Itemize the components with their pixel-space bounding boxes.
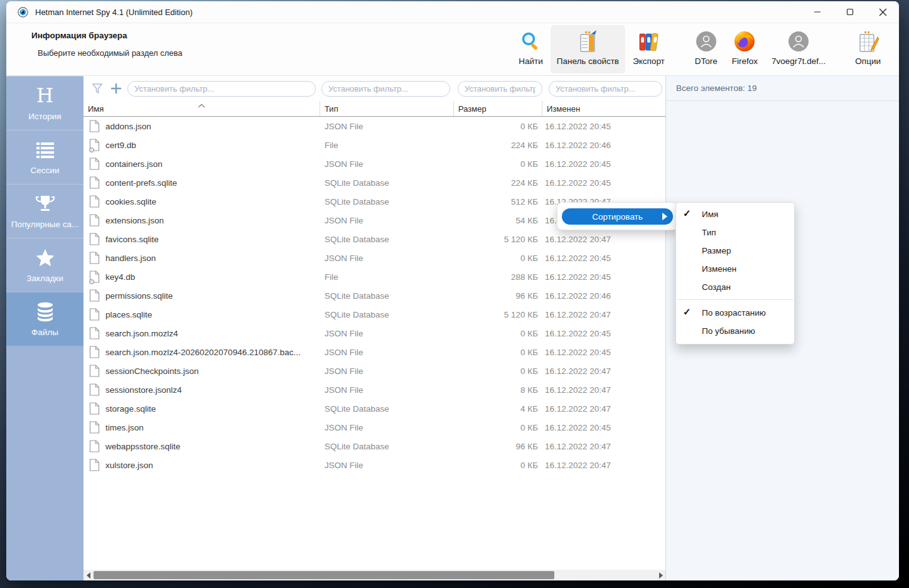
file-icon	[83, 195, 105, 208]
file-modified: 16.12.2022 20:45	[538, 159, 665, 169]
column-header-type[interactable]: Тип	[320, 101, 454, 116]
sidebar-item[interactable]: Популярные са...	[6, 184, 83, 238]
filter-input-type[interactable]	[321, 81, 450, 97]
profile-dtore-button[interactable]: DTore	[688, 25, 724, 73]
user-avatar-icon	[787, 29, 810, 54]
file-size: 288 КБ	[454, 272, 538, 282]
submenu-item[interactable]: ✓ По возрастанию	[676, 304, 794, 322]
checkmark-icon: ✓	[683, 306, 691, 318]
file-size: 0 КБ	[454, 159, 538, 169]
add-filter-icon[interactable]	[109, 82, 124, 95]
sidebar-item[interactable]: Файлы	[6, 292, 83, 346]
scroll-left-arrow-icon[interactable]	[83, 570, 93, 580]
profile-firefox-button[interactable]: Firefox	[726, 25, 764, 73]
sidebar-item-label: История	[26, 112, 63, 121]
file-modified: 16.12.2022 20:47	[538, 310, 665, 319]
file-modified: 16.12.2022 20:45	[538, 423, 665, 432]
properties-panel-button[interactable]: Панель свойств	[551, 25, 625, 73]
file-size: 0 КБ	[454, 329, 538, 338]
scroll-right-arrow-icon[interactable]	[656, 570, 665, 580]
sidebar-item[interactable]: Закладки	[6, 238, 83, 292]
file-modified: 16.12.2022 20:45	[538, 178, 665, 188]
filter-funnel-icon[interactable]	[91, 83, 104, 94]
submenu-item[interactable]: Размер	[676, 242, 794, 260]
file-icon	[83, 402, 105, 415]
table-row[interactable]: search.json.mozlz4-20260202070946.210867…	[83, 343, 665, 361]
trophy-icon	[35, 194, 55, 214]
file-icon	[83, 176, 105, 189]
table-row[interactable]: handlers.json JSON File 0 КБ 16.12.2022 …	[83, 249, 665, 267]
context-menu: Сортировать	[557, 202, 678, 230]
file-size: 54 КБ	[454, 216, 538, 225]
table-row[interactable]: cert9.db File 224 КБ 16.12.2022 20:46	[83, 136, 665, 154]
table-row[interactable]: webappsstore.sqlite SQLite Database 96 К…	[83, 437, 665, 456]
submenu-item-label: Изменен	[702, 264, 736, 274]
file-type: JSON File	[320, 366, 454, 376]
file-size: 96 КБ	[454, 291, 538, 301]
file-icon	[83, 421, 105, 434]
sidebar-item[interactable]: H История	[6, 76, 83, 130]
file-name: addons.json	[105, 122, 320, 131]
profile-7voegr7t-button[interactable]: 7voegr7t.def...	[765, 25, 832, 73]
submenu-item-label: По убыванию	[702, 326, 755, 336]
table-row[interactable]: sessionstore.jsonlz4 JSON File 8 КБ 16.1…	[83, 380, 665, 399]
submenu-item[interactable]: По убыванию	[676, 322, 794, 340]
options-button[interactable]: Опции	[849, 25, 887, 73]
column-header-size[interactable]: Размер	[454, 101, 542, 116]
file-name: webappsstore.sqlite	[105, 442, 320, 451]
table-row[interactable]: favicons.sqlite SQLite Database 5 120 КБ…	[83, 230, 665, 249]
table-row[interactable]: sessionCheckpoints.json JSON File 0 КБ 1…	[83, 361, 665, 380]
file-size: 5 120 КБ	[454, 310, 538, 319]
submenu-item[interactable]: Тип	[676, 223, 794, 242]
export-button[interactable]: Экспорт	[627, 25, 671, 73]
window-title: Hetman Internet Spy 4.1 (Unlimited Editi…	[35, 8, 193, 17]
submenu-item[interactable]: Создан	[676, 278, 794, 296]
filter-input-size[interactable]	[458, 81, 542, 97]
database-icon	[36, 302, 55, 322]
file-icon	[83, 308, 105, 321]
scrollbar-thumb[interactable]	[94, 571, 554, 579]
table-row[interactable]: permissions.sqlite SQLite Database 96 КБ…	[83, 286, 665, 305]
submenu-item[interactable]: Изменен	[676, 260, 794, 278]
table-row[interactable]: xulstore.json JSON File 0 КБ 16.12.2022 …	[83, 456, 665, 474]
find-button[interactable]: Найти	[512, 25, 549, 73]
sort-menu-item[interactable]: Сортировать	[562, 208, 673, 225]
table-row[interactable]: key4.db File 288 КБ 16.12.2022 20:45	[83, 267, 665, 286]
file-type: JSON File	[320, 122, 454, 131]
file-icon	[83, 120, 105, 132]
submenu-item-label: Имя	[702, 210, 718, 219]
close-button[interactable]	[866, 1, 899, 23]
table-row[interactable]: containers.json JSON File 0 КБ 16.12.202…	[83, 154, 665, 173]
sidebar-item-label: Закладки	[24, 274, 65, 283]
user-avatar-icon	[694, 29, 718, 54]
horizontal-scrollbar[interactable]	[83, 570, 665, 580]
file-modified: 16.12.2022 20:46	[538, 291, 665, 301]
file-type: JSON File	[320, 159, 454, 169]
submenu-item[interactable]: ✓ Имя	[676, 205, 794, 223]
table-row[interactable]: addons.json JSON File 0 КБ 16.12.2022 20…	[83, 117, 665, 136]
table-row[interactable]: storage.sqlite SQLite Database 4 КБ 16.1…	[83, 399, 665, 418]
minimize-button[interactable]	[801, 1, 834, 23]
sidebar-item[interactable]: Сессии	[6, 130, 83, 184]
maximize-button[interactable]	[834, 1, 866, 23]
file-modified: 16.12.2022 20:45	[538, 254, 665, 263]
maximize-icon	[846, 8, 854, 16]
table-row[interactable]: search.json.mozlz4 JSON File 0 КБ 16.12.…	[83, 324, 665, 343]
file-size: 224 КБ	[454, 178, 538, 188]
file-type: File	[320, 272, 454, 282]
table-header: Имя Тип Размер Изменен	[83, 101, 665, 117]
table-row[interactable]: times.json JSON File 0 КБ 16.12.2022 20:…	[83, 418, 665, 437]
file-modified: 16.12.2022 20:45	[538, 122, 665, 131]
filter-input-modified[interactable]	[549, 81, 662, 97]
file-modified: 16.12.2022 20:47	[538, 461, 665, 470]
table-row[interactable]: content-prefs.sqlite SQLite Database 224…	[83, 173, 665, 192]
toolbar-row: Информация браузера Выберите необходимый…	[6, 23, 899, 76]
file-icon	[83, 327, 105, 339]
column-header-modified[interactable]: Изменен	[542, 101, 665, 116]
file-name: extensions.json	[105, 216, 320, 225]
properties-panel-icon	[576, 29, 600, 54]
file-type: JSON File	[320, 329, 454, 338]
filter-input-name[interactable]	[127, 81, 316, 97]
table-row[interactable]: places.sqlite SQLite Database 5 120 КБ 1…	[83, 305, 665, 324]
db-badge-icon	[89, 147, 94, 152]
